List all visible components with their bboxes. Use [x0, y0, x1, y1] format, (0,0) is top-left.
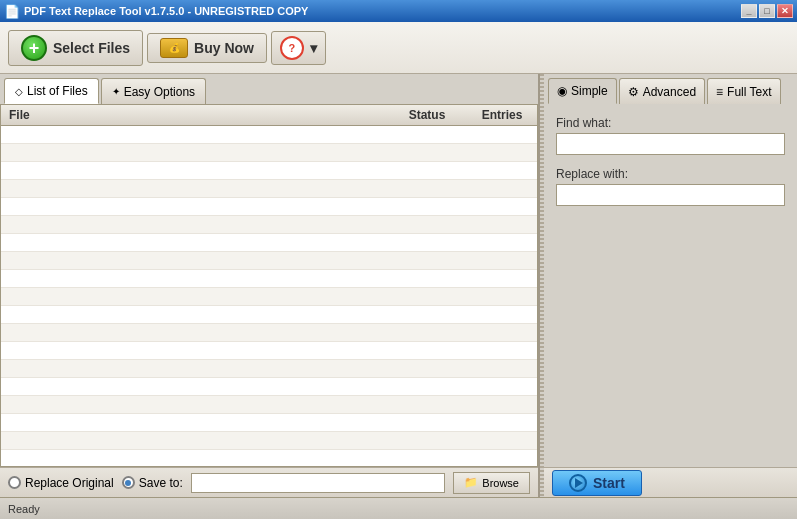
file-row	[1, 306, 537, 324]
replace-with-label: Replace with:	[556, 167, 785, 181]
select-files-button[interactable]: + Select Files	[8, 30, 143, 66]
file-row	[1, 252, 537, 270]
find-what-input[interactable]	[556, 133, 785, 155]
save-to-label: Save to:	[139, 476, 183, 490]
right-tabs: ◉ Simple ⚙ Advanced ≡ Full Text	[544, 74, 797, 104]
simple-tab-label: Simple	[571, 84, 608, 98]
file-row	[1, 162, 537, 180]
file-row	[1, 126, 537, 144]
file-row	[1, 450, 537, 466]
tab-list-of-files[interactable]: ◇ List of Files	[4, 78, 99, 104]
minimize-button[interactable]: _	[741, 4, 757, 18]
bottom-bar-right: Start	[544, 467, 797, 497]
replace-original-label: Replace Original	[25, 476, 114, 490]
browse-label: Browse	[482, 477, 519, 489]
file-list-header: File Status Entries	[1, 105, 537, 126]
status-text: Ready	[8, 503, 40, 515]
replace-original-radio[interactable]	[8, 476, 21, 489]
full-text-tab-label: Full Text	[727, 85, 771, 99]
file-row	[1, 144, 537, 162]
col-status-header: Status	[387, 108, 467, 122]
tab-easy-options[interactable]: ✦ Easy Options	[101, 78, 206, 104]
title-bar: 📄 PDF Text Replace Tool v1.7.5.0 - UNREG…	[0, 0, 797, 22]
title-bar-left: 📄 PDF Text Replace Tool v1.7.5.0 - UNREG…	[4, 4, 308, 19]
select-files-label: Select Files	[53, 40, 130, 56]
file-row	[1, 270, 537, 288]
file-row	[1, 360, 537, 378]
advanced-tab-icon: ⚙	[628, 85, 639, 99]
play-triangle	[575, 478, 583, 488]
simple-tab-icon: ◉	[557, 84, 567, 98]
col-entries-header: Entries	[467, 108, 537, 122]
file-row	[1, 216, 537, 234]
file-row	[1, 414, 537, 432]
file-row	[1, 378, 537, 396]
app-icon: 📄	[4, 4, 20, 19]
file-row	[1, 198, 537, 216]
tab-easy-label: Easy Options	[124, 85, 195, 99]
file-list-rows	[1, 126, 537, 466]
start-button[interactable]: Start	[552, 470, 642, 496]
find-what-label: Find what:	[556, 116, 785, 130]
file-row	[1, 432, 537, 450]
tab-full-text[interactable]: ≡ Full Text	[707, 78, 780, 104]
file-row	[1, 396, 537, 414]
play-icon	[569, 474, 587, 492]
start-label: Start	[593, 475, 625, 491]
buy-now-label: Buy Now	[194, 40, 254, 56]
help-dropdown-arrow: ▾	[310, 40, 317, 56]
toolbar: + Select Files 💰 Buy Now ? ▾	[0, 22, 797, 74]
left-tabs: ◇ List of Files ✦ Easy Options	[0, 74, 538, 104]
buy-now-button[interactable]: 💰 Buy Now	[147, 33, 267, 63]
options-icon: ✦	[112, 86, 120, 97]
file-list-container: File Status Entries	[0, 104, 538, 467]
file-row	[1, 342, 537, 360]
buy-icon: 💰	[160, 38, 188, 58]
tab-simple[interactable]: ◉ Simple	[548, 78, 617, 104]
bottom-bar-left: Replace Original Save to: 📁 Browse	[0, 467, 538, 497]
main-area: ◇ List of Files ✦ Easy Options File Stat…	[0, 74, 797, 497]
full-text-tab-icon: ≡	[716, 85, 723, 99]
right-panel: ◉ Simple ⚙ Advanced ≡ Full Text Find wha…	[544, 74, 797, 497]
col-file-header: File	[1, 108, 387, 122]
file-row	[1, 324, 537, 342]
save-to-input[interactable]	[191, 473, 446, 493]
title-text: PDF Text Replace Tool v1.7.5.0 - UNREGIS…	[24, 5, 308, 17]
left-panel: ◇ List of Files ✦ Easy Options File Stat…	[0, 74, 540, 497]
browse-button[interactable]: 📁 Browse	[453, 472, 530, 494]
file-row	[1, 180, 537, 198]
help-button[interactable]: ? ▾	[271, 31, 326, 65]
file-row	[1, 234, 537, 252]
close-button[interactable]: ✕	[777, 4, 793, 18]
add-icon: +	[21, 35, 47, 61]
replace-original-option[interactable]: Replace Original	[8, 476, 114, 490]
status-bar: Ready	[0, 497, 797, 519]
save-to-option[interactable]: Save to:	[122, 476, 183, 490]
right-content: Find what: Replace with:	[544, 104, 797, 467]
file-row	[1, 288, 537, 306]
advanced-tab-label: Advanced	[643, 85, 696, 99]
list-icon: ◇	[15, 86, 23, 97]
save-to-radio[interactable]	[122, 476, 135, 489]
tab-advanced[interactable]: ⚙ Advanced	[619, 78, 705, 104]
help-icon: ?	[280, 36, 304, 60]
tab-list-label: List of Files	[27, 84, 88, 98]
browse-icon: 📁	[464, 476, 478, 489]
replace-with-input[interactable]	[556, 184, 785, 206]
maximize-button[interactable]: □	[759, 4, 775, 18]
title-bar-controls: _ □ ✕	[741, 4, 793, 18]
